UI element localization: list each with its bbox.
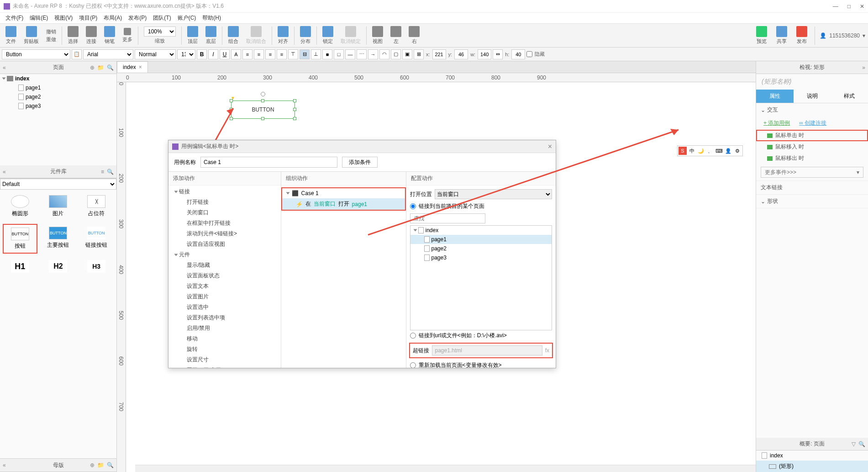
- maximize-button[interactable]: □: [847, 3, 851, 10]
- ime-moon-icon[interactable]: 🌙: [697, 147, 705, 155]
- page-search-input[interactable]: [410, 213, 485, 223]
- create-link-link[interactable]: ∞ 创建连接: [799, 119, 826, 127]
- valign-top-button[interactable]: ⊤: [288, 49, 298, 59]
- action-item[interactable]: 设置列表选中项: [168, 313, 281, 323]
- align-icon[interactable]: [278, 26, 289, 37]
- action-item[interactable]: 移动: [168, 334, 281, 344]
- tab-notes[interactable]: 说明: [794, 90, 831, 103]
- shape-name-field[interactable]: (矩形名称): [756, 74, 868, 90]
- action-item[interactable]: 启用/禁用: [168, 323, 281, 334]
- horizontal-scrollbar[interactable]: [135, 465, 756, 472]
- case-name-input[interactable]: [200, 157, 337, 168]
- file-icon[interactable]: [5, 26, 16, 37]
- w-input[interactable]: [478, 49, 491, 59]
- border-color-button[interactable]: □: [334, 49, 344, 59]
- weight-select[interactable]: Normal: [135, 49, 176, 59]
- more-events-dropdown[interactable]: 更多事件>>>▾: [761, 167, 863, 178]
- action-item[interactable]: 打开链接: [168, 197, 281, 207]
- italic-button[interactable]: I: [208, 49, 218, 59]
- action-item[interactable]: 关闭窗口: [168, 207, 281, 218]
- resize-handle[interactable]: [293, 117, 296, 120]
- action-item[interactable]: 设置面板状态: [168, 270, 281, 281]
- page-tree-item[interactable]: page3: [0, 101, 116, 111]
- y-input[interactable]: [454, 49, 468, 59]
- lib-widget-primary-button[interactable]: BUTTON主要按钮: [41, 224, 76, 254]
- link-url-radio[interactable]: [410, 333, 416, 339]
- collapse-icon[interactable]: «: [3, 169, 6, 175]
- event-mouseleave[interactable]: 鼠标移出 时: [756, 153, 868, 164]
- add-folder-icon[interactable]: 📁: [97, 462, 104, 468]
- lib-widget-button[interactable]: BUTTON按钮: [3, 224, 37, 254]
- menu-edit[interactable]: 编辑(E): [27, 13, 51, 23]
- menu-project[interactable]: 项目(P): [76, 13, 100, 23]
- rotate-handle[interactable]: [261, 92, 265, 96]
- link-page-radio[interactable]: [410, 203, 416, 209]
- lib-widget-h2[interactable]: H2: [41, 257, 76, 276]
- left-icon[interactable]: [390, 26, 401, 37]
- connect-icon[interactable]: [86, 26, 97, 37]
- close-tab-icon[interactable]: ×: [139, 64, 142, 70]
- menu-view[interactable]: 视图(V): [52, 13, 75, 23]
- lib-widget-h1[interactable]: H1: [3, 257, 37, 276]
- zoom-select[interactable]: 100%: [144, 27, 176, 37]
- right-icon[interactable]: [409, 26, 420, 37]
- valign-bot-button[interactable]: ⊥: [311, 49, 321, 59]
- corner-button[interactable]: ◠: [379, 49, 389, 59]
- dialog-titlebar[interactable]: 用例编辑<鼠标单击 时> ×: [168, 140, 556, 153]
- h-input[interactable]: [511, 49, 525, 59]
- line-style-button[interactable]: ⋯: [357, 49, 367, 59]
- action-item[interactable]: 滚动到元件<锚链接>: [168, 228, 281, 239]
- tree-page[interactable]: page2: [410, 244, 552, 253]
- shadow-in-button[interactable]: ▣: [402, 49, 412, 59]
- action-item[interactable]: 置于顶层/底层: [168, 365, 281, 368]
- action-item[interactable]: 设置尺寸: [168, 355, 281, 365]
- more-icon[interactable]: [124, 28, 131, 35]
- filter-icon[interactable]: ▽: [852, 441, 856, 447]
- line-width-button[interactable]: —: [345, 49, 355, 59]
- distribute-icon[interactable]: [300, 26, 311, 37]
- ime-user-icon[interactable]: 👤: [724, 147, 732, 155]
- resize-handle[interactable]: [293, 108, 296, 111]
- lock-aspect-icon[interactable]: ⇔: [493, 49, 503, 59]
- ime-settings-icon[interactable]: ⚙: [733, 147, 742, 155]
- group-icon[interactable]: [228, 26, 239, 37]
- section-textlink[interactable]: 文本链接: [756, 181, 868, 194]
- page-tree-root[interactable]: index: [0, 74, 116, 83]
- add-page-icon[interactable]: ⊕: [90, 64, 95, 71]
- padding-button[interactable]: ⊞: [414, 49, 424, 59]
- lib-widget-link-button[interactable]: BUTTON链接按钮: [79, 224, 114, 254]
- publish-icon[interactable]: [796, 26, 807, 37]
- resize-handle[interactable]: [293, 99, 296, 102]
- bold-button[interactable]: B: [197, 49, 207, 59]
- lib-widget-h3[interactable]: H3: [79, 257, 114, 276]
- menu-team[interactable]: 团队(T): [150, 13, 174, 23]
- event-mouseenter[interactable]: 鼠标移入 时: [756, 141, 868, 153]
- menu-file[interactable]: 文件(F): [3, 13, 26, 23]
- valign-mid-button[interactable]: ⊟: [300, 49, 310, 59]
- page-tab[interactable]: index×: [117, 61, 148, 73]
- page-tree-item[interactable]: page2: [0, 92, 116, 101]
- ime-logo-icon[interactable]: S: [679, 147, 687, 155]
- align-right-button[interactable]: ≡: [277, 49, 287, 59]
- size-select[interactable]: 13: [177, 49, 195, 59]
- dialog-close-button[interactable]: ×: [548, 143, 552, 151]
- lock-icon[interactable]: [322, 26, 333, 37]
- tree-root[interactable]: index: [410, 226, 552, 235]
- lib-widget-ellipse[interactable]: 椭圆形: [3, 192, 37, 220]
- view-icon[interactable]: [372, 26, 383, 37]
- action-group-link[interactable]: 链接: [168, 186, 281, 197]
- lib-widget-image[interactable]: 图片: [41, 192, 76, 220]
- ungroup-icon[interactable]: [251, 26, 262, 37]
- action-group-widget[interactable]: 元件: [168, 249, 281, 260]
- ime-punct-icon[interactable]: 、: [706, 147, 714, 155]
- canvas[interactable]: BUTTON ▼ 用例编辑<鼠标单击 时> × 用例名称 添加条件: [126, 82, 756, 472]
- outline-shape[interactable]: (矩形): [756, 461, 868, 472]
- arrow-button[interactable]: →: [368, 49, 378, 59]
- library-select[interactable]: Default: [0, 179, 116, 190]
- search-icon[interactable]: 🔍: [107, 64, 114, 71]
- tab-properties[interactable]: 属性: [756, 90, 794, 103]
- lib-menu-icon[interactable]: ≡: [101, 169, 104, 175]
- selected-button-widget[interactable]: BUTTON ▼: [231, 101, 295, 119]
- preview-icon[interactable]: [756, 26, 767, 37]
- reload-radio[interactable]: [410, 362, 416, 368]
